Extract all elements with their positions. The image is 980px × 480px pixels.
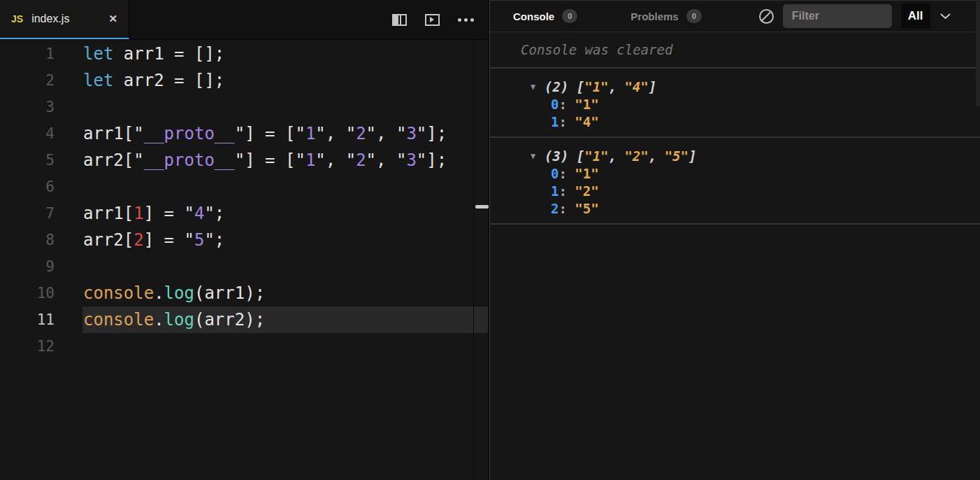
tab-problems[interactable]: Problems 0 bbox=[630, 9, 701, 23]
log-child-row: 2: "5" bbox=[490, 199, 980, 217]
filter-field bbox=[783, 4, 892, 28]
split-editor-icon[interactable] bbox=[392, 14, 407, 26]
code-line[interactable]: 4arr1["__proto__"] = ["1", "2", "3"]; bbox=[0, 120, 488, 147]
code-line[interactable]: 2let arr2 = []; bbox=[0, 67, 488, 94]
open-preview-icon[interactable] bbox=[425, 14, 440, 26]
line-number: 9 bbox=[0, 258, 55, 275]
log-preview-row[interactable]: ▼(3) ["1", "2", "5"] bbox=[490, 147, 980, 164]
line-number: 10 bbox=[0, 285, 55, 302]
expand-arrow-icon[interactable]: ▼ bbox=[531, 82, 545, 92]
scrollbar-marker[interactable] bbox=[475, 205, 489, 209]
cleared-text: Console was cleared bbox=[521, 42, 672, 57]
console-output: Console was cleared ▼(2) ["1", "4"]0: "1… bbox=[490, 32, 980, 225]
line-number: 7 bbox=[0, 205, 55, 222]
line-number: 3 bbox=[0, 99, 55, 115]
line-number: 12 bbox=[0, 338, 55, 355]
code-text: console.log(arr1); bbox=[55, 283, 265, 303]
console-scrollbar[interactable] bbox=[976, 1, 980, 106]
javascript-file-icon: JS bbox=[11, 13, 23, 24]
code-line[interactable]: 1let arr1 = []; bbox=[0, 41, 488, 67]
line-number: 1 bbox=[0, 45, 55, 62]
problems-tab-label: Problems bbox=[630, 10, 678, 22]
code-line[interactable]: 7arr1[1] = "4"; bbox=[0, 200, 488, 227]
code-line[interactable]: 8arr2[2] = "5"; bbox=[0, 227, 488, 253]
code-text: arr2["__proto__"] = ["1", "2", "3"]; bbox=[55, 150, 447, 170]
tab-console[interactable]: Console 0 bbox=[513, 9, 577, 23]
log-child-row: 0: "1" bbox=[490, 95, 980, 113]
code-line[interactable]: 12 bbox=[0, 333, 488, 360]
console-tab-label: Console bbox=[513, 10, 554, 22]
log-child-row: 0: "1" bbox=[490, 164, 980, 182]
close-tab-icon[interactable]: ✕ bbox=[108, 13, 117, 25]
code-line[interactable]: 10console.log(arr1); bbox=[0, 280, 488, 306]
code-text: let arr2 = []; bbox=[55, 71, 224, 90]
console-log-entry: ▼(3) ["1", "2", "5"]0: "1"1: "2"2: "5" bbox=[490, 138, 980, 225]
line-number: 5 bbox=[0, 152, 55, 169]
code-text: console.log(arr2); bbox=[55, 310, 265, 330]
code-text: let arr1 = []; bbox=[55, 44, 224, 64]
console-cleared-message: Console was cleared bbox=[490, 32, 980, 69]
console-count-badge: 0 bbox=[562, 9, 577, 23]
line-number: 2 bbox=[0, 72, 55, 89]
code-text: arr1["__proto__"] = ["1", "2", "3"]; bbox=[55, 124, 447, 143]
tab-title: index.js bbox=[31, 13, 69, 25]
log-preview-row[interactable]: ▼(2) ["1", "4"] bbox=[490, 78, 980, 95]
log-level-label: All bbox=[908, 9, 923, 23]
editor-tab-bar: JS index.js ✕ bbox=[0, 0, 488, 40]
code-text: arr1[1] = "4"; bbox=[55, 204, 224, 223]
line-number: 11 bbox=[0, 311, 55, 328]
expand-arrow-icon[interactable]: ▼ bbox=[531, 151, 545, 161]
code-line[interactable]: 9 bbox=[0, 253, 488, 280]
editor-actions bbox=[375, 0, 488, 39]
app-window: JS index.js ✕ 1let arr1 = [];2let arr2 =… bbox=[0, 0, 980, 480]
editor-scrollbar-border bbox=[473, 41, 474, 480]
code-line[interactable]: 11console.log(arr2); bbox=[0, 306, 488, 333]
tab-index-js[interactable]: JS index.js ✕ bbox=[0, 0, 129, 39]
line-number: 4 bbox=[0, 125, 55, 142]
code-editor[interactable]: 1let arr1 = [];2let arr2 = [];34arr1["__… bbox=[0, 41, 488, 480]
filter-input[interactable] bbox=[792, 10, 883, 22]
chevron-down-icon[interactable] bbox=[940, 13, 951, 20]
problems-count-badge: 0 bbox=[686, 9, 702, 23]
code-line[interactable]: 6 bbox=[0, 174, 488, 200]
console-pane: Console 0 Problems 0 All Console was cle… bbox=[489, 0, 980, 480]
log-child-row: 1: "2" bbox=[490, 182, 980, 199]
line-number: 6 bbox=[0, 178, 55, 195]
log-child-row: 1: "4" bbox=[490, 113, 980, 130]
code-line[interactable]: 5arr2["__proto__"] = ["1", "2", "3"]; bbox=[0, 147, 488, 174]
code-line[interactable]: 3 bbox=[0, 94, 488, 120]
editor-pane: JS index.js ✕ 1let arr1 = [];2let arr2 =… bbox=[0, 0, 489, 480]
line-number: 8 bbox=[0, 232, 55, 248]
log-level-select[interactable]: All bbox=[901, 3, 930, 29]
console-header: Console 0 Problems 0 All bbox=[490, 1, 980, 32]
more-actions-icon[interactable] bbox=[458, 18, 474, 22]
code-text: arr2[2] = "5"; bbox=[55, 230, 224, 250]
console-log-entry: ▼(2) ["1", "4"]0: "1"1: "4" bbox=[490, 69, 980, 138]
clear-console-icon[interactable] bbox=[759, 9, 774, 24]
